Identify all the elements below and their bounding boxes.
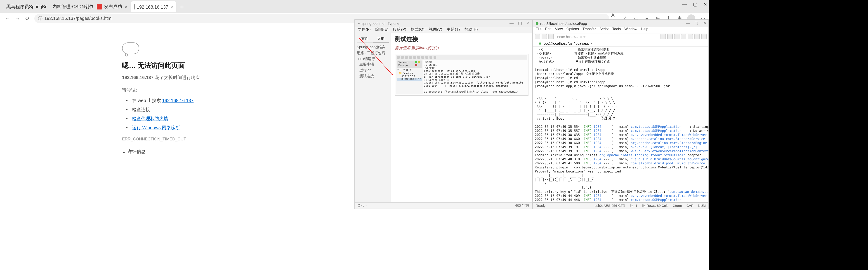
status-num: NUM <box>698 204 706 208</box>
menu-script[interactable]: Script <box>599 27 609 33</box>
terminal-titlebar[interactable]: root@localhost:/usr/local/app — ▢ ✕ <box>533 20 708 27</box>
scrollback-icon[interactable] <box>701 34 707 39</box>
host-input[interactable]: Enter host <Alt+R> <box>555 35 659 39</box>
tab-label: 内容管理-CSDN创作中心 <box>53 4 93 10</box>
window-controls: — ▢ ✕ <box>686 21 707 25</box>
minimize-button[interactable]: — <box>509 21 514 25</box>
menu-options[interactable]: Options <box>566 27 579 33</box>
close-button[interactable]: ✕ <box>703 21 707 25</box>
outline-item[interactable]: 运行jar <box>357 68 389 74</box>
connected-icon <box>536 22 538 25</box>
typora-window: ≡ springboot.md - Typora — ▢ ✕ 文件(F) 编辑(… <box>354 20 532 209</box>
menu-edit[interactable]: 编辑(E) <box>375 27 389 33</box>
url-text: 192.168.16.137/pages/books.html <box>44 16 112 21</box>
maximize-button[interactable]: ▢ <box>693 2 697 7</box>
typora-titlebar[interactable]: ≡ springboot.md - Typora — ▢ ✕ <box>355 20 532 27</box>
close-icon[interactable]: × <box>171 4 174 9</box>
typora-sidebar: 文件 大纲 SpringBoot运维实用篇 - 工程打包后linux端运行 主要… <box>355 33 391 202</box>
status-size: 54 Rows, 89 Cols <box>642 204 669 208</box>
print-icon[interactable] <box>681 34 686 39</box>
paste-icon[interactable] <box>667 34 673 39</box>
tab-strip: 黑马程序员SpringBoot2全套视...× 内容管理-CSDN创作中心× 发… <box>0 0 709 13</box>
favicon <box>97 4 102 9</box>
menu-tools[interactable]: Tools <box>612 27 621 33</box>
tab-label: 发布成功 <box>104 4 122 10</box>
tab-3[interactable]: 发布成功× <box>94 1 130 12</box>
window-controls: — ▢ ✕ <box>682 2 707 7</box>
sidebar-tab-file[interactable]: 文件 <box>357 35 373 42</box>
menu-format[interactable]: 格式(O) <box>411 27 425 33</box>
proxy-link[interactable]: 检查代理和防火墙 <box>132 116 168 121</box>
help-icon[interactable] <box>694 34 700 39</box>
session-tab[interactable]: root@localhost:/usr/local/app × <box>536 40 595 46</box>
minimize-button[interactable]: — <box>686 21 690 25</box>
source-mode-icon[interactable]: ⟨⟩ <box>358 204 360 208</box>
menu-file[interactable]: File <box>536 27 541 33</box>
note-text: 需要查看当前linux所在ip <box>395 45 528 51</box>
diagnostics-link[interactable]: 运行 Windows 网络诊断 <box>132 125 180 130</box>
menu-edit[interactable]: Edit <box>545 27 552 33</box>
heading: 测试连接 <box>395 35 528 43</box>
search-link[interactable]: 192 168 16 137 <box>162 98 193 103</box>
tab-2[interactable]: 内容管理-CSDN创作中心× <box>48 1 93 12</box>
outline-item[interactable]: 主要步骤 <box>357 62 389 68</box>
embedded-screenshot: Session Manager + – / ✎ 🗑 ⚙ 📁 Sessions 3… <box>395 54 528 96</box>
reconnect-icon[interactable] <box>541 34 547 39</box>
menu-file[interactable]: 文件(F) <box>358 27 371 33</box>
red-arrow-annotation <box>391 38 393 75</box>
minimize-button[interactable]: — <box>682 2 687 7</box>
session-mgr-label: Session Manager <box>398 61 414 67</box>
favicon <box>134 4 135 9</box>
menu-help[interactable]: 帮助(H) <box>464 27 478 33</box>
char-count: 462 字符 <box>515 203 529 208</box>
outline-item[interactable]: 测试连接 <box>357 74 389 79</box>
error-sub-rest: 花了太长时间进行响应 <box>153 75 200 80</box>
menu-theme[interactable]: 主题(T) <box>447 27 460 33</box>
typora-logo-icon: ≡ <box>358 22 360 26</box>
back-button[interactable]: ← <box>3 15 13 22</box>
tab-label: 192.168.16.137 <box>137 4 168 9</box>
tab-4[interactable]: 192.168.16.137× <box>131 1 177 12</box>
menu-view[interactable]: 视图(V) <box>429 27 442 33</box>
terminal-menu-bar: File Edit View Options Transfer Script T… <box>533 27 708 33</box>
error-host: 192.168.16.137 <box>122 75 153 80</box>
maximize-button[interactable]: ▢ <box>518 21 522 25</box>
menu-transfer[interactable]: Transfer <box>583 27 596 33</box>
new-tab-button[interactable]: + <box>178 3 186 10</box>
outline-tree[interactable]: SpringBoot运维实用篇 - 工程打包后linux端运行 主要步骤 运行j… <box>357 45 389 79</box>
menu-help[interactable]: Help <box>641 27 648 33</box>
thinking-cloud-icon <box>122 42 139 54</box>
terminal-window: root@localhost:/usr/local/app — ▢ ✕ File… <box>532 20 709 209</box>
code-icon[interactable]: </> <box>361 204 366 208</box>
typora-editor[interactable]: 测试连接 需要查看当前linux所在ip Session Manager + –… <box>391 33 532 202</box>
settings-icon[interactable] <box>688 34 693 39</box>
status-ssh: ssh2: AES-256-CTR <box>595 204 625 208</box>
terminal-statusbar: Ready ssh2: AES-256-CTR 54, 1 54 Rows, 8… <box>533 202 708 209</box>
close-button[interactable]: ✕ <box>527 21 530 25</box>
terminal-output[interactable]: -X 输出非标准选项的提要 -X<标记> 直接将 <标记> 传递给运行时系统 -… <box>533 46 708 202</box>
maximize-button[interactable]: ▢ <box>694 21 699 25</box>
typora-menu-bar: 文件(F) 编辑(E) 段落(P) 格式(O) 视图(V) 主题(T) 帮助(H… <box>355 27 532 33</box>
close-button[interactable]: ✕ <box>704 2 707 7</box>
reload-button[interactable]: ⟳ <box>23 15 33 22</box>
disconnect-icon[interactable] <box>548 34 554 39</box>
status-pos: 54, 1 <box>630 204 637 208</box>
menu-window[interactable]: Window <box>624 27 637 33</box>
connect-icon[interactable] <box>535 34 540 39</box>
tab-1[interactable]: 黑马程序员SpringBoot2全套视...× <box>2 1 47 12</box>
status-cap: CAP <box>686 204 693 208</box>
status-xterm: Xterm <box>673 204 682 208</box>
menu-paragraph[interactable]: 段落(P) <box>393 27 406 33</box>
typora-body: 文件 大纲 SpringBoot运维实用篇 - 工程打包后linux端运行 主要… <box>355 33 532 202</box>
forward-button[interactable]: → <box>13 15 23 22</box>
status-ready: Ready <box>536 204 546 208</box>
close-icon[interactable]: × <box>125 4 128 9</box>
menu-view[interactable]: View <box>555 27 563 33</box>
find-icon[interactable] <box>674 34 680 39</box>
session-tab-row: root@localhost:/usr/local/app × <box>533 40 708 46</box>
copy-icon[interactable] <box>660 34 666 39</box>
terminal-toolbar: Enter host <Alt+R> <box>533 33 708 40</box>
embedded-terminal-preview: <标题> -x <标题> -werror oot@localhost ~]# c… <box>423 60 527 94</box>
sidebar-tab-outline[interactable]: 大纲 <box>373 35 389 42</box>
tab-label: 黑马程序员SpringBoot2全套视... <box>6 4 47 10</box>
